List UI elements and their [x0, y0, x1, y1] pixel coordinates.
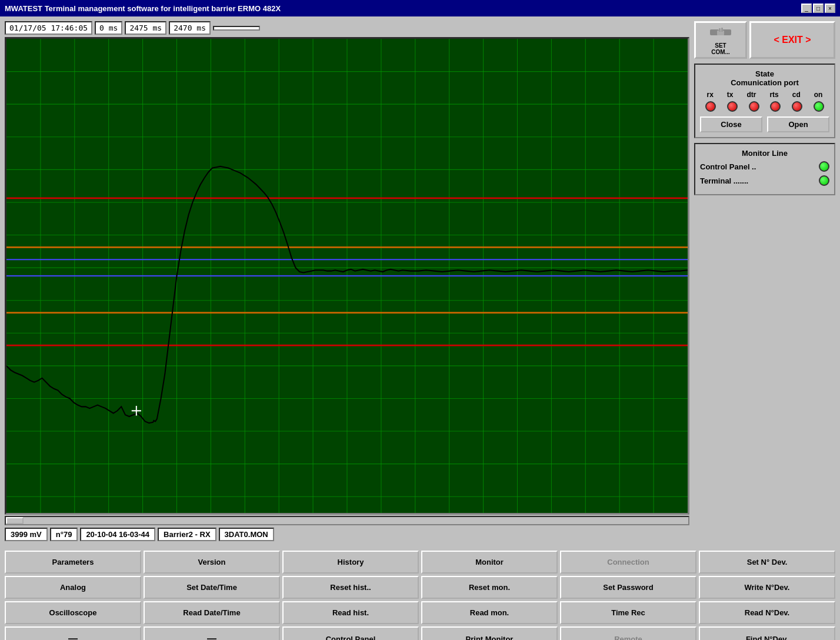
led-control-panel	[819, 161, 829, 172]
mv-field: 3999 mV	[5, 528, 48, 541]
read-date-time-button[interactable]: Read Date/Time	[144, 601, 280, 624]
datetime-field: 01/17/05 17:46:05	[5, 21, 92, 35]
open-port-button[interactable]: Open	[767, 116, 829, 132]
maximize-button[interactable]: □	[813, 4, 824, 13]
channel-field: Barrier2 - RX	[158, 528, 216, 541]
read-mon-button[interactable]: Read mon.	[421, 601, 558, 624]
led-tx	[727, 101, 738, 112]
window-controls[interactable]: _ □ ×	[801, 4, 835, 13]
oscilloscope-button[interactable]: Oscilloscope	[5, 601, 141, 624]
reset-hist-button[interactable]: Reset hist..	[282, 576, 419, 599]
remote-button: Remote	[560, 626, 696, 640]
led-on	[814, 101, 824, 112]
svg-rect-46	[721, 28, 723, 32]
monitor-line-title: Monitor Line	[700, 149, 829, 158]
com-labels: rx tx dtr rts cd on	[700, 91, 829, 99]
history-button[interactable]: History	[282, 551, 419, 574]
control-panel-button[interactable]: Control Panel	[282, 626, 419, 640]
set-com-button[interactable]: SETCOM...	[694, 21, 747, 59]
set-password-button[interactable]: Set Password	[560, 576, 696, 599]
read-hist-button[interactable]: Read hist.	[282, 601, 419, 624]
top-buttons: SETCOM... < EXIT >	[694, 21, 835, 59]
connection-button: Connection	[560, 551, 696, 574]
led-terminal	[819, 175, 829, 186]
version-button[interactable]: Version	[144, 551, 280, 574]
print-monitor-button[interactable]: Print Monitor	[421, 626, 558, 640]
main-container: 01/17/05 17:46:05 0 ms 2475 ms 2470 ms	[0, 16, 840, 546]
time-rec-button[interactable]: Time Rec	[560, 601, 696, 624]
chart-scrollbar[interactable]	[5, 516, 689, 525]
oscilloscope-chart[interactable]	[5, 37, 689, 515]
parameters-button[interactable]: Parameters	[5, 551, 141, 574]
n-field: n°79	[50, 528, 78, 541]
window-title: MWATEST Terminal management software for…	[5, 4, 281, 13]
status-bar: 3999 mV n°79 20-10-04 16-03-44 Barrier2 …	[5, 528, 689, 541]
reset-mon-button[interactable]: Reset mon.	[421, 576, 558, 599]
right-panel: SETCOM... < EXIT > StateComunication por…	[694, 21, 835, 541]
chart-section: 01/17/05 17:46:05 0 ms 2475 ms 2470 ms	[5, 21, 689, 541]
handshake-icon	[709, 25, 732, 42]
analog-button[interactable]: Analog	[5, 576, 141, 599]
port-buttons: Close Open	[700, 116, 829, 132]
monitor-line-panel: Monitor Line Control Panel .. Terminal .…	[694, 143, 835, 195]
file-field: 3DAT0.MON	[219, 528, 274, 541]
time-t2: 2475 ms	[125, 21, 166, 35]
time-t4	[213, 26, 260, 31]
dash1-button[interactable]: —	[5, 626, 141, 640]
write-n-dev-button[interactable]: Write N°Dev.	[699, 576, 835, 599]
exit-button[interactable]: < EXIT >	[749, 21, 835, 59]
led-dtr	[749, 101, 759, 112]
close-window-button[interactable]: ×	[825, 4, 835, 13]
com-leds	[700, 101, 829, 112]
close-port-button[interactable]: Close	[700, 116, 762, 132]
chart-grid	[6, 39, 688, 513]
find-n-dev-button[interactable]: Find N°Dev.	[699, 626, 835, 640]
bottom-buttons: Parameters Version History Monitor Conne…	[0, 546, 840, 640]
led-rx	[705, 101, 716, 112]
led-rts	[770, 101, 781, 112]
monitor-row-control: Control Panel ..	[700, 161, 829, 172]
monitor-row-terminal: Terminal .......	[700, 175, 829, 186]
datetime2-field: 20-10-04 16-03-44	[80, 528, 155, 541]
button-grid: Parameters Version History Monitor Conne…	[5, 551, 835, 640]
time-t1: 0 ms	[95, 21, 122, 35]
dash2-button[interactable]: —	[144, 626, 280, 640]
svg-rect-45	[719, 28, 721, 32]
led-cd	[792, 101, 802, 112]
title-bar: MWATEST Terminal management software for…	[0, 0, 840, 16]
com-state-panel: StateComunication port rx tx dtr rts cd …	[694, 64, 835, 138]
time-t3: 2470 ms	[169, 21, 211, 35]
minimize-button[interactable]: _	[801, 4, 812, 13]
set-n-dev-button[interactable]: Set N° Dev.	[699, 551, 835, 574]
scrollbar-thumb[interactable]	[6, 517, 24, 524]
monitor-button[interactable]: Monitor	[421, 551, 558, 574]
com-state-title: StateComunication port	[700, 69, 829, 87]
set-date-time-button[interactable]: Set Date/Time	[144, 576, 280, 599]
read-n-dev-button[interactable]: Read N°Dev.	[699, 601, 835, 624]
terminal-label: Terminal .......	[700, 176, 748, 185]
svg-rect-44	[717, 31, 724, 35]
time-bar: 01/17/05 17:46:05 0 ms 2475 ms 2470 ms	[5, 21, 689, 35]
control-panel-label: Control Panel ..	[700, 162, 756, 171]
